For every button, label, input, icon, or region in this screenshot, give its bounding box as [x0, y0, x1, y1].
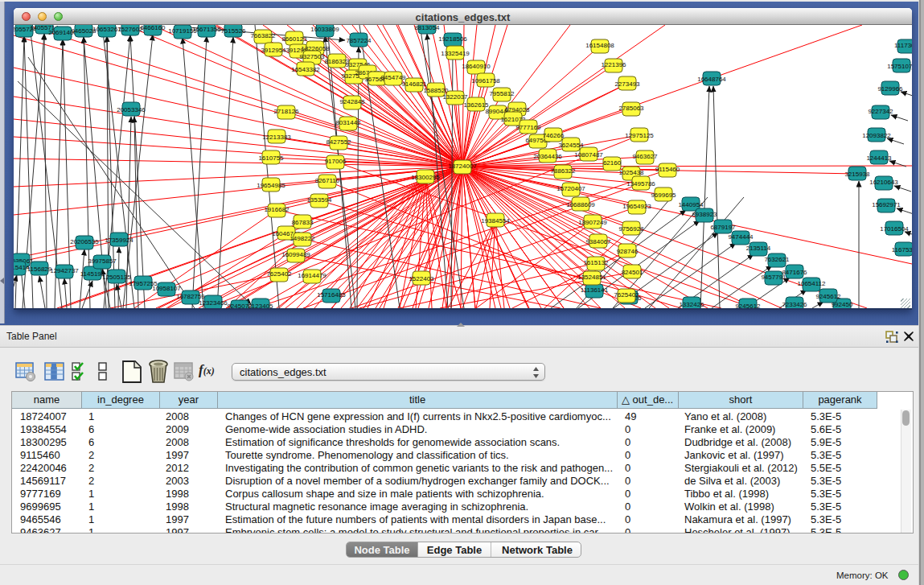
svg-text:8938923: 8938923: [692, 211, 717, 218]
svg-text:8267110: 8267110: [315, 177, 340, 184]
svg-text:18907249: 18907249: [578, 219, 607, 226]
svg-text:1353594: 1353594: [306, 196, 332, 204]
svg-text:12093822: 12093822: [862, 132, 891, 139]
svg-text:1615132: 1615132: [583, 259, 609, 266]
svg-text:13524851: 13524851: [577, 274, 606, 281]
svg-text:1117304: 1117304: [894, 42, 912, 49]
svg-text:867833: 867833: [292, 219, 314, 226]
svg-text:1610755: 1610755: [258, 154, 284, 162]
svg-text:1916682: 1916682: [264, 206, 290, 213]
svg-text:9756928: 9756928: [618, 225, 644, 233]
svg-text:1025438: 1025438: [618, 169, 644, 176]
svg-text:1156829: 1156829: [27, 266, 52, 273]
svg-text:17016504: 17016504: [880, 225, 909, 233]
svg-text:8813054: 8813054: [414, 25, 440, 31]
svg-text:2273493: 2273493: [614, 80, 640, 88]
svg-text:7515526: 7515526: [220, 27, 246, 35]
svg-text:1440954: 1440954: [678, 201, 704, 208]
svg-text:7955812: 7955812: [489, 90, 515, 97]
svg-text:9245612: 9245612: [815, 293, 841, 300]
svg-text:8471676: 8471676: [782, 269, 807, 276]
svg-text:16648764: 16648764: [697, 76, 726, 83]
svg-text:20364436: 20364436: [533, 153, 562, 160]
svg-text:6879197: 6879197: [710, 224, 736, 231]
svg-text:19218506: 19218506: [438, 35, 467, 43]
svg-text:13495786: 13495786: [626, 180, 655, 187]
svg-text:16543382: 16543382: [291, 66, 320, 73]
svg-text:8427552: 8427552: [326, 138, 351, 146]
svg-text:7857224: 7857224: [346, 37, 372, 44]
svg-text:7886322: 7886322: [550, 167, 576, 175]
svg-text:9115460: 9115460: [655, 166, 680, 173]
svg-text:1244413: 1244413: [866, 154, 892, 162]
svg-text:9245612: 9245612: [735, 303, 761, 308]
svg-text:15692971: 15692971: [872, 201, 901, 208]
svg-text:19654923: 19654923: [622, 203, 651, 210]
svg-text:15716485: 15716485: [317, 291, 346, 299]
svg-text:18724007: 18724007: [448, 163, 477, 170]
svg-text:10807487: 10807487: [574, 151, 603, 159]
svg-text:7632621: 7632621: [764, 256, 790, 263]
svg-text:18300295: 18300295: [411, 174, 440, 181]
svg-text:16210643: 16210643: [869, 179, 898, 186]
svg-text:746266: 746266: [543, 132, 565, 139]
svg-text:18640910: 18640910: [462, 63, 491, 70]
svg-text:9699695: 9699695: [651, 192, 676, 199]
svg-text:2718126: 2718126: [273, 108, 299, 115]
svg-text:917006: 917006: [325, 158, 347, 165]
svg-text:3624554: 3624554: [558, 142, 584, 149]
svg-text:16671355: 16671355: [192, 26, 221, 33]
svg-text:7625402: 7625402: [614, 291, 639, 299]
svg-text:1522403: 1522403: [409, 275, 434, 282]
svg-text:13325419: 13325419: [441, 50, 470, 57]
svg-text:9227342: 9227342: [868, 108, 893, 115]
svg-text:16033809: 16033809: [310, 26, 339, 33]
svg-text:10688609: 10688609: [566, 201, 595, 208]
svg-text:12323466: 12323466: [199, 299, 228, 307]
svg-text:8123405: 8123405: [248, 303, 273, 308]
svg-text:1167534: 1167534: [892, 246, 912, 253]
svg-text:16099489: 16099489: [281, 251, 310, 258]
svg-text:7625402: 7625402: [266, 270, 292, 278]
svg-text:9242848: 9242848: [339, 98, 365, 105]
svg-text:11136141: 11136141: [581, 286, 609, 294]
svg-text:9327503: 9327503: [299, 53, 325, 60]
svg-text:16914479: 16914479: [298, 272, 326, 279]
svg-text:19654985: 19654985: [257, 182, 285, 189]
svg-text:2785063: 2785063: [618, 105, 644, 112]
svg-text:10961758: 10961758: [471, 77, 500, 84]
svg-text:9474444: 9474444: [728, 233, 754, 241]
svg-text:8031442: 8031442: [335, 119, 361, 126]
svg-text:824501: 824501: [622, 269, 643, 276]
svg-text:17359924: 17359924: [105, 237, 133, 244]
svg-text:12942737: 12942737: [50, 267, 79, 274]
svg-text:6466160: 6466160: [140, 25, 166, 31]
svg-text:12213383: 12213383: [262, 134, 291, 141]
svg-text:1332426: 1332426: [679, 301, 704, 308]
svg-text:12975125: 12975125: [625, 132, 654, 139]
svg-text:9129966: 9129966: [877, 85, 903, 93]
svg-text:3912954: 3912954: [261, 47, 286, 54]
svg-text:1221396: 1221396: [601, 61, 626, 68]
svg-text:20206535: 20206535: [70, 238, 99, 245]
svg-text:7663822: 7663822: [250, 32, 276, 39]
svg-text:20053346: 20053346: [117, 106, 146, 113]
svg-text:928746: 928746: [617, 248, 639, 255]
svg-text:7233426: 7233426: [782, 301, 807, 308]
svg-text:1498222: 1498222: [290, 235, 315, 242]
svg-text:16154808: 16154808: [585, 42, 614, 49]
svg-text:15751074: 15751074: [887, 63, 912, 70]
svg-text:62160: 62160: [603, 159, 622, 167]
svg-text:2135114: 2135114: [746, 245, 771, 252]
svg-text:39975857: 39975857: [88, 257, 117, 265]
svg-text:8660123: 8660123: [281, 35, 307, 43]
svg-text:12505135: 12505135: [102, 274, 131, 281]
svg-text:1322037: 1322037: [442, 93, 468, 101]
svg-text:3215938: 3215938: [844, 171, 870, 178]
svg-text:9463627: 9463627: [632, 153, 658, 160]
svg-text:1527602: 1527602: [117, 26, 143, 33]
svg-text:10654112: 10654112: [798, 280, 827, 287]
svg-text:1145193: 1145193: [80, 270, 105, 278]
svg-text:19384554: 19384554: [481, 217, 510, 225]
svg-text:10958107: 10958107: [152, 285, 181, 292]
